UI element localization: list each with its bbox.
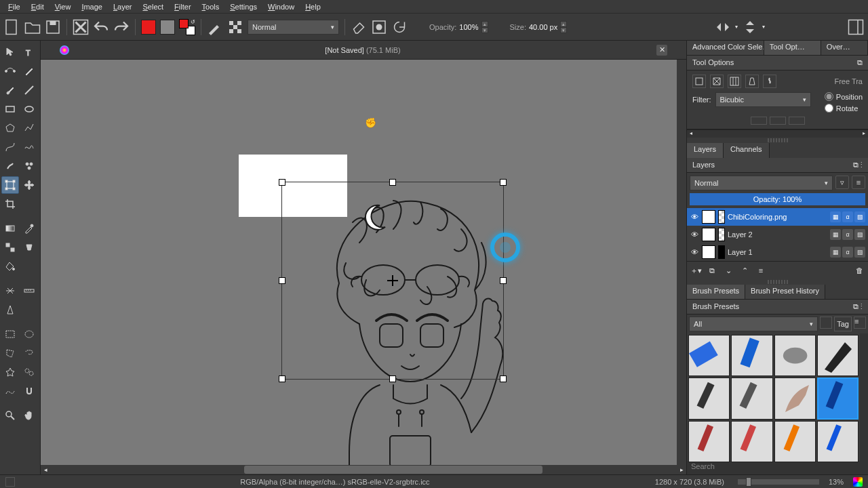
scroll-thumb[interactable] (244, 466, 542, 474)
tab-brush-history[interactable]: Brush Preset History (745, 285, 825, 299)
layer-filter-icon[interactable]: ▿ (835, 176, 849, 189)
rotate-mini-icon[interactable] (789, 117, 805, 125)
reload-icon[interactable] (391, 19, 408, 35)
gradient-tool-icon[interactable] (1, 220, 19, 237)
assistant-ring-icon[interactable] (490, 232, 520, 262)
canvas-horizontal-scrollbar[interactable]: ◂ ▸ (41, 465, 686, 474)
layer-blend-combo[interactable]: Normal (690, 176, 833, 190)
move-tool-icon[interactable] (20, 176, 38, 194)
transform-handle-w[interactable] (279, 277, 285, 284)
position-radio[interactable]: Position (825, 92, 863, 101)
poly-select-tool-icon[interactable] (1, 344, 19, 362)
undo-icon[interactable] (93, 19, 109, 35)
tab-brush-presets[interactable]: Brush Presets (687, 285, 745, 299)
alpha-icon[interactable]: α (842, 211, 853, 222)
flip-v-mini-icon[interactable] (770, 117, 786, 125)
panel-splitter-1[interactable] (768, 138, 788, 142)
layer-settings-icon[interactable]: ≡ (852, 176, 865, 189)
layer-props-icon[interactable]: ≡ (755, 264, 767, 277)
menu-tools[interactable]: Tools (197, 1, 225, 12)
scroll-right-icon[interactable]: ▸ (677, 465, 686, 474)
transform-handle-e[interactable] (500, 277, 507, 284)
transform-bounding-box[interactable] (281, 182, 504, 380)
brush-tool-icon[interactable] (1, 81, 19, 99)
tool-options-hscroll[interactable]: ◂▸ (687, 129, 868, 138)
pattern-icon[interactable] (227, 19, 243, 35)
background-color[interactable] (160, 20, 175, 35)
selection-mask-icon[interactable] (5, 477, 15, 487)
opacity-field[interactable]: Opacity: 100% ▴▾ (429, 21, 488, 33)
menu-window[interactable]: Window (262, 1, 300, 12)
brush-filter-combo[interactable]: All (689, 317, 818, 331)
lock-icon[interactable]: ▦ (830, 247, 841, 258)
transform-handle-s[interactable] (389, 375, 396, 382)
alpha-icon[interactable]: α (842, 247, 853, 258)
mirror-h-icon[interactable] (715, 19, 731, 35)
transform-handle-sw[interactable] (279, 375, 285, 382)
new-doc-icon[interactable] (4, 19, 20, 35)
status-zoom[interactable]: 13% (829, 478, 844, 486)
brush-preset-ink-blue[interactable] (817, 378, 859, 419)
text-tool-icon[interactable]: T (20, 43, 38, 61)
visibility-icon[interactable]: 👁 (690, 248, 699, 256)
brush-tag-button[interactable]: Tag (834, 317, 852, 331)
reference-tool-icon[interactable] (1, 301, 19, 319)
brush-preset-pencil-dark[interactable] (688, 378, 730, 419)
props-icon[interactable]: ▧ (854, 229, 865, 240)
rect-tool-icon[interactable] (1, 100, 19, 118)
redo-icon[interactable] (113, 19, 130, 35)
layer-up-icon[interactable]: ⌃ (738, 264, 751, 277)
add-layer-icon[interactable]: ＋▾ (690, 264, 702, 277)
visibility-icon[interactable]: 👁 (690, 230, 699, 239)
canvas-viewport[interactable]: ✊ (41, 60, 686, 465)
freehand-tool-icon[interactable] (20, 138, 38, 156)
rect-select-tool-icon[interactable] (1, 325, 19, 343)
menu-layer[interactable]: Layer (108, 1, 138, 12)
multibrush-tool-icon[interactable] (20, 157, 38, 175)
tab-layers[interactable]: Layers (687, 143, 724, 158)
opacity-spinner[interactable]: ▴▾ (481, 21, 488, 33)
scroll-left-icon[interactable]: ◂ (41, 465, 50, 474)
menu-select[interactable]: Select (138, 1, 170, 12)
brush-panel-menu-icon[interactable]: ⧉ ⋮ (853, 302, 863, 311)
mirror-v-icon[interactable] (742, 19, 758, 35)
alpha-lock-icon[interactable] (371, 19, 387, 35)
transform-perspective-icon[interactable] (745, 75, 759, 88)
filter-combo[interactable]: Bicubic (715, 92, 811, 107)
line-tool-icon[interactable] (20, 81, 38, 99)
pan-tool-icon[interactable] (20, 407, 38, 424)
measure-tool-icon[interactable] (20, 282, 38, 300)
layer-row-1[interactable]: 👁 Layer 1 ▦α▧ (687, 243, 868, 261)
polyline-tool-icon[interactable] (20, 119, 38, 137)
alpha-icon[interactable]: α (842, 229, 853, 240)
menu-help[interactable]: Help (300, 1, 326, 12)
polygon-tool-icon[interactable] (1, 119, 19, 137)
duplicate-layer-icon[interactable]: ⧉ (706, 264, 718, 277)
layer-row-chibi[interactable]: 👁 ChibiColoring.png ▦α▧ (687, 208, 868, 226)
open-icon[interactable] (24, 19, 41, 35)
menu-filter[interactable]: Filter (169, 1, 196, 12)
layer-down-icon[interactable]: ⌄ (722, 264, 734, 277)
fill-tool-icon[interactable] (1, 258, 19, 275)
tab-adv-color[interactable]: Advanced Color Sele… (687, 41, 764, 55)
menu-settings[interactable]: Settings (224, 1, 262, 12)
workspace-icon[interactable] (848, 19, 864, 35)
brush-preset-brush-orange[interactable] (774, 421, 816, 462)
calligraphy-tool-icon[interactable] (20, 62, 38, 80)
menu-image[interactable]: Image (76, 1, 108, 12)
tab-tool-options[interactable]: Tool Opt… (764, 41, 821, 55)
similar-select-tool-icon[interactable] (20, 363, 38, 381)
save-icon[interactable] (45, 19, 61, 35)
eraser-mode-icon[interactable] (351, 19, 367, 35)
zoom-slider[interactable] (738, 479, 819, 485)
brush-grid-scrollbar[interactable] (860, 333, 868, 461)
size-field[interactable]: Size: 40.00 px ▴▾ (510, 21, 568, 33)
brush-preset-pencil-blue[interactable] (817, 421, 859, 462)
transform-warp-icon[interactable] (710, 75, 724, 88)
smart-fill-tool-icon[interactable] (20, 239, 38, 256)
dyna-tool-icon[interactable] (1, 157, 19, 175)
close-tab-icon[interactable]: ✕ (656, 45, 667, 56)
cursor-tool-icon[interactable] (1, 43, 19, 61)
transform-handle-se[interactable] (500, 375, 507, 382)
colorpicker-tool-icon[interactable] (20, 220, 38, 237)
